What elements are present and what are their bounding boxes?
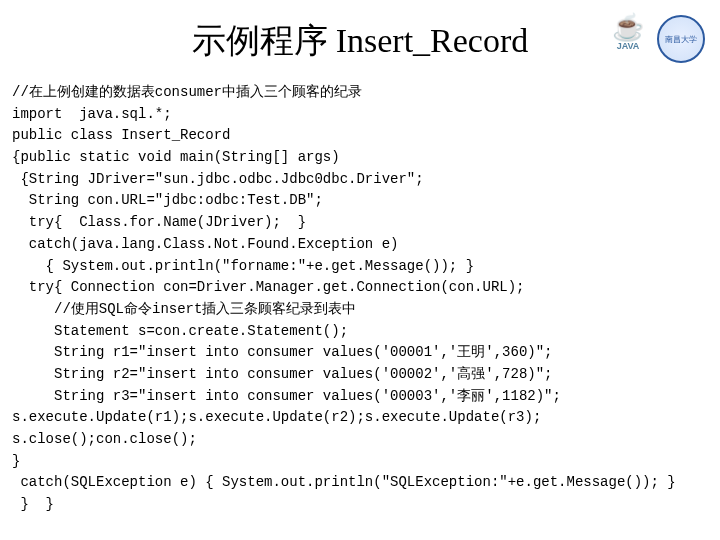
code-line: } } bbox=[12, 496, 54, 512]
university-logo: 南昌大学 bbox=[657, 15, 705, 63]
code-line: catch(SQLException e) { System.out.print… bbox=[12, 474, 676, 490]
code-line: s.close();con.close(); bbox=[12, 431, 197, 447]
code-line: {String JDriver="sun.jdbc.odbc.Jdbc0dbc.… bbox=[12, 171, 424, 187]
java-cup-icon: ☕ bbox=[612, 15, 644, 41]
code-line: try{ Class.for.Name(JDriver); } bbox=[12, 214, 306, 230]
code-line: String con.URL="jdbc:odbc:Test.DB"; bbox=[12, 192, 323, 208]
java-logo: ☕ JAVA bbox=[607, 15, 649, 63]
code-line: //在上例创建的数据表consumer中插入三个顾客的纪录 bbox=[12, 84, 362, 100]
code-line: Statement s=con.create.Statement(); bbox=[12, 323, 348, 339]
java-label: JAVA bbox=[617, 41, 640, 51]
university-logo-text: 南昌大学 bbox=[665, 34, 697, 45]
code-line: import java.sql.*; bbox=[12, 106, 172, 122]
code-block: //在上例创建的数据表consumer中插入三个顾客的纪录 import jav… bbox=[0, 82, 720, 516]
code-line: try{ Connection con=Driver.Manager.get.C… bbox=[12, 279, 524, 295]
code-line: {public static void main(String[] args) bbox=[12, 149, 340, 165]
code-line: s.execute.Update(r1);s.execute.Update(r2… bbox=[12, 409, 541, 425]
code-line: { System.out.println("forname:"+e.get.Me… bbox=[12, 258, 474, 274]
logo-group: ☕ JAVA 南昌大学 bbox=[607, 15, 705, 63]
code-line: catch(java.lang.Class.Not.Found.Exceptio… bbox=[12, 236, 398, 252]
code-line: //使用SQL命令insert插入三条顾客纪录到表中 bbox=[12, 301, 356, 317]
title-english: Insert_Record bbox=[336, 22, 529, 59]
code-line: public class Insert_Record bbox=[12, 127, 230, 143]
code-line: String r3="insert into consumer values('… bbox=[12, 388, 561, 404]
code-line: } bbox=[12, 453, 20, 469]
code-line: String r1="insert into consumer values('… bbox=[12, 344, 552, 360]
code-line: String r2="insert into consumer values('… bbox=[12, 366, 552, 382]
title-chinese: 示例程序 bbox=[192, 22, 328, 59]
